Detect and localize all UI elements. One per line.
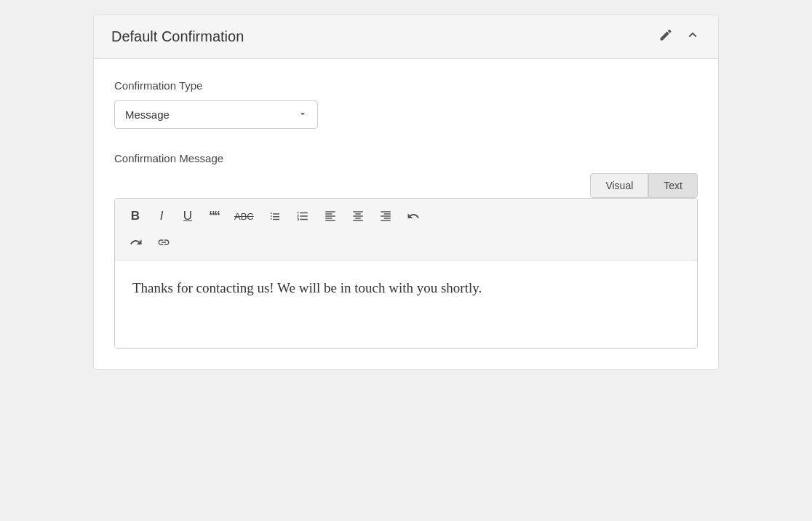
strikethrough-button[interactable]: ABC xyxy=(228,204,260,228)
confirmation-type-label: Confirmation Type xyxy=(114,79,698,92)
panel-header: Default Confirmation xyxy=(94,15,718,59)
redo-button[interactable] xyxy=(124,231,148,254)
editor-toolbar: B I U ““ ABC xyxy=(115,199,697,260)
collapse-icon[interactable] xyxy=(685,27,701,47)
ordered-list-button[interactable] xyxy=(290,204,315,228)
toolbar-row-1: B I U ““ ABC xyxy=(124,204,688,228)
confirmation-message-label: Confirmation Message xyxy=(114,152,698,164)
italic-button[interactable]: I xyxy=(150,204,173,228)
default-confirmation-panel: Default Confirmation Confirmation Type M… xyxy=(93,15,719,370)
toolbar-row-2 xyxy=(124,231,688,254)
panel-header-actions xyxy=(658,27,701,47)
confirmation-message-section: Confirmation Message Visual Text B I xyxy=(114,152,698,349)
edit-icon[interactable] xyxy=(658,28,673,46)
confirmation-type-select-wrapper: Message Redirect URL xyxy=(114,100,318,129)
confirmation-type-select[interactable]: Message Redirect URL xyxy=(114,100,318,129)
unordered-list-button[interactable] xyxy=(263,204,287,228)
tab-text[interactable]: Text xyxy=(648,173,698,198)
panel-title: Default Confirmation xyxy=(111,28,244,45)
blockquote-button[interactable]: ““ xyxy=(202,204,226,228)
undo-button[interactable] xyxy=(401,204,426,228)
align-center-button[interactable] xyxy=(346,204,370,228)
panel-body: Confirmation Type Message Redirect URL C… xyxy=(94,59,718,369)
link-button[interactable] xyxy=(151,231,176,254)
align-right-button[interactable] xyxy=(373,204,398,228)
underline-button[interactable]: U xyxy=(176,204,199,228)
editor-tabs: Visual Text xyxy=(114,173,698,198)
editor-content[interactable]: Thanks for contacting us! We will be in … xyxy=(115,260,697,348)
tab-visual[interactable]: Visual xyxy=(590,173,648,198)
bold-button[interactable]: B xyxy=(124,204,147,228)
align-left-button[interactable] xyxy=(318,204,343,228)
editor-container: B I U ““ ABC xyxy=(114,198,698,349)
